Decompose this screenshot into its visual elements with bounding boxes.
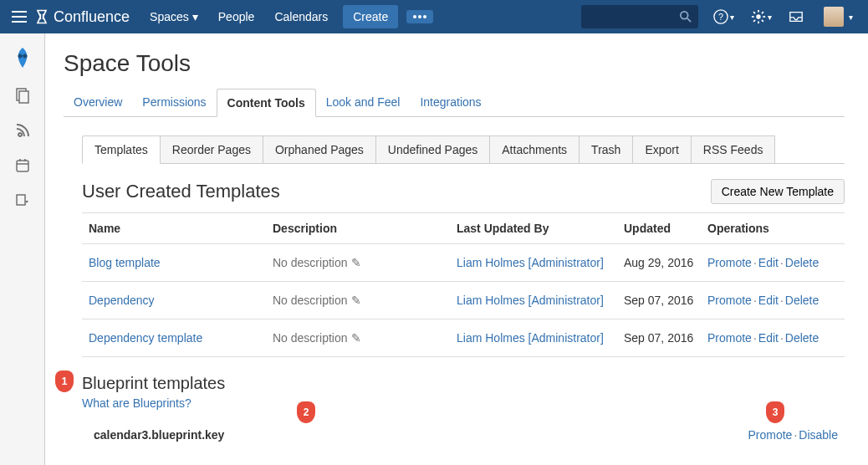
description-text: No description	[273, 294, 348, 307]
nav-spaces[interactable]: Spaces ▾	[140, 0, 208, 33]
blueprints-title: Blueprint templates	[82, 374, 845, 393]
updated-by-link[interactable]: Liam Holmes [Administrator]	[457, 256, 604, 269]
col-updated-by: Last Updated By	[450, 213, 617, 244]
svg-line-15	[762, 12, 763, 13]
tab-reorder-pages[interactable]: Reorder Pages	[160, 135, 263, 163]
edit-description-icon[interactable]: ✎	[351, 294, 361, 307]
edit-link[interactable]: Edit	[758, 331, 779, 345]
delete-link[interactable]: Delete	[785, 294, 819, 307]
svg-point-0	[413, 15, 416, 18]
svg-rect-20	[19, 91, 28, 103]
svg-rect-25	[17, 195, 25, 205]
caret-down-icon: ▾	[849, 13, 853, 22]
tab-undefined-pages[interactable]: Undefined Pages	[375, 135, 490, 163]
svg-text:?: ?	[718, 12, 723, 22]
product-logo[interactable]: Confluence	[23, 8, 140, 26]
table-row: Dependency No description✎ Liam Holmes […	[82, 282, 845, 319]
templates-table: Name Description Last Updated By Updated…	[82, 212, 845, 357]
search-input[interactable]	[581, 5, 698, 28]
product-name: Confluence	[54, 8, 130, 26]
tab-trash[interactable]: Trash	[579, 135, 633, 163]
template-name-link[interactable]: Dependency template	[89, 331, 202, 345]
space-tools-icon[interactable]	[13, 191, 33, 211]
blueprint-name: calendar3.blueprint.key	[94, 428, 224, 442]
topbar: Confluence Spaces ▾ People Calendars Cre…	[0, 0, 868, 33]
col-name: Name	[82, 213, 266, 244]
tab-content-tools[interactable]: Content Tools	[217, 89, 316, 117]
template-name-link[interactable]: Dependency	[89, 294, 155, 307]
annotation-marker: 3	[766, 401, 784, 423]
promote-link[interactable]: Promote	[707, 294, 752, 307]
updated-by-link[interactable]: Liam Holmes [Administrator]	[457, 331, 604, 345]
svg-line-4	[687, 18, 691, 22]
updated-date: Sep 07, 2016	[617, 319, 701, 357]
svg-line-12	[753, 12, 755, 13]
nav-calendars[interactable]: Calendars	[264, 0, 338, 33]
blueprints-help-link[interactable]: What are Blueprints?	[82, 396, 191, 410]
menu-icon[interactable]	[7, 11, 23, 23]
promote-link[interactable]: Promote	[748, 428, 792, 442]
annotation-marker: 1	[55, 370, 74, 392]
disable-link[interactable]: Disable	[799, 428, 838, 442]
promote-link[interactable]: Promote	[707, 256, 752, 269]
edit-link[interactable]: Edit	[758, 294, 779, 307]
updated-by-link[interactable]: Liam Holmes [Administrator]	[457, 294, 604, 307]
user-menu[interactable]: ▾	[812, 0, 861, 33]
caret-down-icon: ▾	[192, 10, 198, 23]
delete-link[interactable]: Delete	[785, 256, 819, 269]
avatar	[824, 7, 844, 27]
svg-line-14	[753, 20, 755, 22]
settings-icon[interactable]: ▾	[743, 0, 780, 33]
inbox-icon[interactable]	[780, 0, 812, 33]
more-button[interactable]	[406, 10, 433, 23]
nav-people[interactable]: People	[208, 0, 265, 33]
tab-permissions[interactable]: Permissions	[132, 89, 216, 116]
col-description: Description	[266, 213, 450, 244]
pages-icon[interactable]	[13, 85, 33, 105]
blueprint-row: calendar3.blueprint.key Promote·Disable	[82, 420, 845, 450]
user-templates-title: User Created Templates	[82, 181, 280, 202]
create-template-button[interactable]: Create New Template	[711, 179, 845, 204]
help-icon[interactable]: ? ▾	[705, 0, 743, 33]
table-row: Blog template No description✎ Liam Holme…	[82, 244, 845, 282]
main-content: Space Tools Overview Permissions Content…	[45, 33, 868, 465]
template-name-link[interactable]: Blog template	[89, 256, 161, 269]
tab-orphaned-pages[interactable]: Orphaned Pages	[263, 135, 376, 163]
page-title: Space Tools	[64, 50, 845, 77]
create-button[interactable]: Create	[343, 5, 398, 28]
tab-integrations[interactable]: Integrations	[410, 89, 491, 116]
tab-export[interactable]: Export	[632, 135, 691, 163]
tab-attachments[interactable]: Attachments	[489, 135, 580, 163]
svg-rect-21	[17, 161, 28, 171]
svg-point-1	[418, 15, 421, 18]
col-operations: Operations	[701, 213, 845, 244]
svg-point-3	[681, 12, 688, 19]
search-icon	[680, 11, 692, 23]
sidebar	[0, 33, 45, 465]
description-text: No description	[273, 331, 348, 345]
tab-rss-feeds[interactable]: RSS Feeds	[691, 135, 776, 163]
svg-rect-18	[19, 55, 26, 57]
annotation-marker: 2	[297, 401, 315, 423]
edit-description-icon[interactable]: ✎	[351, 331, 361, 345]
edit-description-icon[interactable]: ✎	[351, 256, 361, 269]
tab-look-and-feel[interactable]: Look and Feel	[316, 89, 411, 116]
calendar-icon[interactable]	[13, 156, 33, 176]
description-text: No description	[273, 256, 348, 269]
caret-down-icon: ▾	[730, 13, 734, 22]
updated-date: Aug 29, 2016	[617, 244, 701, 282]
tab-overview[interactable]: Overview	[64, 89, 132, 116]
secondary-tabs: Templates Reorder Pages Orphaned Pages U…	[82, 135, 845, 164]
space-logo[interactable]	[10, 45, 35, 70]
primary-tabs: Overview Permissions Content Tools Look …	[64, 89, 845, 117]
tab-templates[interactable]: Templates	[82, 135, 161, 164]
delete-link[interactable]: Delete	[785, 331, 819, 345]
svg-point-2	[423, 15, 426, 18]
feed-icon[interactable]	[13, 120, 33, 141]
caret-down-icon: ▾	[768, 13, 772, 22]
table-row: Dependency template No description✎ Liam…	[82, 319, 845, 357]
promote-link[interactable]: Promote	[707, 331, 752, 345]
updated-date: Sep 07, 2016	[617, 282, 701, 319]
svg-line-13	[762, 20, 763, 22]
edit-link[interactable]: Edit	[758, 256, 779, 269]
